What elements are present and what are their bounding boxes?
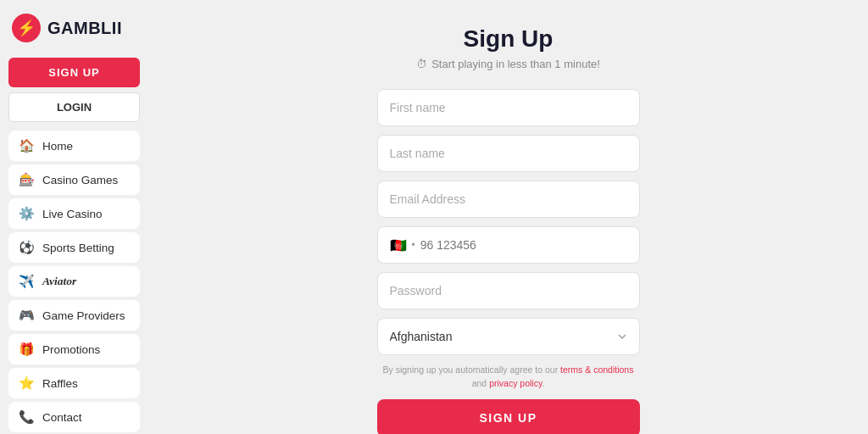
sports-betting-icon: ⚽ — [19, 240, 34, 255]
page-title: Sign Up — [464, 25, 554, 53]
sidebar: ⚡ GAMBLII SIGN UP LOGIN 🏠 Home 🎰 Casino … — [0, 0, 148, 434]
sidebar-item-raffles[interactable]: ⭐ Raffles — [8, 368, 140, 398]
logo-area: ⚡ GAMBLII — [8, 10, 140, 53]
main-content: Sign Up ⏱ Start playing in less than 1 m… — [148, 0, 868, 434]
home-icon: 🏠 — [19, 138, 34, 153]
phone-input[interactable] — [420, 227, 627, 263]
sidebar-nav: 🏠 Home 🎰 Casino Games ⚙️ Live Casino ⚽ S… — [8, 131, 140, 432]
sidebar-signup-button[interactable]: SIGN UP — [8, 58, 140, 87]
sidebar-item-label: Live Casino — [42, 208, 103, 220]
promotions-icon: 🎁 — [19, 342, 34, 357]
subtitle-text: Start playing in less than 1 minute! — [431, 58, 600, 70]
sidebar-item-promotions[interactable]: 🎁 Promotions — [8, 334, 140, 364]
sidebar-item-aviator[interactable]: ✈️ Aviator — [8, 266, 140, 297]
raffles-icon: ⭐ — [19, 376, 34, 391]
game-providers-icon: 🎮 — [19, 308, 34, 323]
sidebar-item-label: Promotions — [42, 343, 100, 356]
country-select[interactable]: Afghanistan Albania Algeria Andorra Ango… — [377, 318, 640, 355]
last-name-input[interactable] — [377, 135, 640, 172]
terms-text: By signing up you automatically agree to… — [377, 364, 640, 391]
phone-separator: • — [412, 239, 415, 251]
email-input[interactable] — [377, 181, 640, 218]
phone-row: 🇦🇫 • — [377, 226, 640, 264]
terms-link[interactable]: terms & conditions — [560, 364, 633, 375]
aviator-icon: ✈️ — [19, 274, 34, 289]
sidebar-item-label: Sports Betting — [42, 242, 114, 254]
sidebar-item-casino-games[interactable]: 🎰 Casino Games — [8, 164, 140, 195]
live-casino-icon: ⚙️ — [19, 206, 34, 221]
privacy-link[interactable]: privacy policy — [489, 378, 542, 388]
clock-icon: ⏱ — [416, 58, 427, 70]
sidebar-item-game-providers[interactable]: 🎮 Game Providers — [8, 300, 140, 331]
sidebar-item-home[interactable]: 🏠 Home — [8, 131, 140, 161]
main-signup-button[interactable]: SIGN UP — [377, 399, 640, 435]
password-input[interactable] — [377, 272, 640, 309]
sidebar-item-label: Contact — [42, 411, 82, 424]
sidebar-item-sports-betting[interactable]: ⚽ Sports Betting — [8, 232, 140, 263]
phone-flag-icon: 🇦🇫 — [390, 237, 407, 253]
casino-games-icon: 🎰 — [19, 172, 34, 187]
sidebar-login-button[interactable]: LOGIN — [8, 92, 140, 122]
sidebar-item-live-casino[interactable]: ⚙️ Live Casino — [8, 198, 140, 229]
sidebar-item-label: Casino Games — [42, 174, 118, 186]
sidebar-item-label: Home — [42, 140, 73, 153]
subtitle: ⏱ Start playing in less than 1 minute! — [416, 58, 600, 70]
first-name-input[interactable] — [377, 89, 640, 126]
sidebar-item-contact[interactable]: 📞 Contact — [8, 402, 140, 432]
contact-icon: 📞 — [19, 409, 34, 425]
logo-icon: ⚡ — [12, 14, 41, 42]
sidebar-item-label: Raffles — [42, 377, 78, 390]
signup-form: 🇦🇫 • Afghanistan Albania Algeria Andorra… — [377, 89, 640, 434]
logo-text: GAMBLII — [47, 19, 122, 38]
sidebar-item-label: Aviator — [42, 275, 76, 288]
sidebar-item-label: Game Providers — [42, 309, 125, 322]
